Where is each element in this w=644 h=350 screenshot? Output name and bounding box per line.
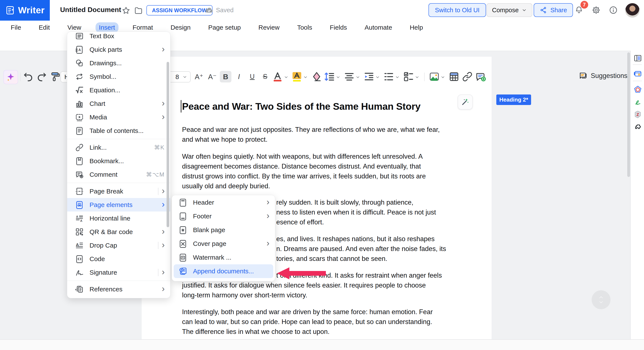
switch-to-old-ui-button[interactable]: Switch to Old UI [428,3,486,17]
menu-item-quick-parts[interactable]: AQuick parts› [67,43,170,56]
insert-table-button[interactable] [448,71,460,82]
workdrive-icon[interactable] [633,69,642,78]
suggestions-button[interactable]: Suggestions [578,71,628,80]
line-spacing-button[interactable] [324,71,335,82]
crm-pentagon-icon[interactable] [633,85,642,94]
menu-item-text-box[interactable]: Text Box [67,32,170,43]
checklist-button[interactable] [403,71,414,82]
menu-item-page-elements[interactable]: Page elements› [67,198,170,212]
paragraph-2[interactable]: War often begins quietly. Not with weapo… [182,152,426,191]
underline-button[interactable]: U [246,71,258,82]
sign-icon[interactable] [633,98,642,106]
help-info-icon[interactable] [609,6,618,14]
chevron-down-icon[interactable] [303,75,308,80]
align-button[interactable] [344,71,355,82]
menu-item-chart[interactable]: Chart› [67,97,170,110]
chevron-down-icon[interactable] [415,75,420,80]
menu-item-signature[interactable]: Signature› [67,266,170,279]
z-shield-icon[interactable]: Z [633,110,642,119]
menu-item-page-break[interactable]: Page Break› [67,184,170,198]
ai-assistant-button[interactable] [4,70,18,84]
app-logo[interactable]: Writer [0,0,50,20]
menubar-item-format[interactable]: Format [129,22,156,33]
menu-item-bookmark[interactable]: Bookmark... [67,154,170,168]
chevron-down-icon[interactable] [375,75,380,80]
menu-item-watermark[interactable]: AWatermark ... [174,250,273,264]
settings-gear-icon[interactable] [592,6,601,14]
chevron-down-icon[interactable] [356,75,360,80]
menubar-item-help[interactable]: Help [406,22,426,33]
menubar-item-automate[interactable]: Automate [361,22,396,33]
bold-button[interactable]: B [220,71,232,82]
puzzle-icon[interactable] [633,122,642,132]
assign-workflow-button[interactable]: ASSIGN WORKFLOW [146,5,212,16]
paragraph-5-continuation[interactable]: justified. It asks for dialogue when sil… [182,280,426,300]
format-painter-button[interactable] [49,71,61,82]
menu-item-code[interactable]: Code [67,252,170,266]
menu-item-link[interactable]: Link...⌘K [67,141,170,154]
chevron-down-icon[interactable] [284,75,288,80]
document-title[interactable]: Untitled Document [60,6,121,14]
folder-icon[interactable] [134,6,143,15]
menu-item-cover-page[interactable]: Cover page› [174,237,273,250]
menu-item-media[interactable]: Media› [67,110,170,124]
menu-item-right: › [266,240,270,248]
menu-scrollbar[interactable] [166,62,169,227]
menu-item-horizontal-line[interactable]: AAHorizontal line [67,212,170,225]
user-avatar[interactable] [625,3,640,18]
chevron-down-icon[interactable] [440,75,445,80]
insert-image-button[interactable] [428,71,440,82]
italic-button[interactable]: I [233,71,245,82]
strikethrough-button[interactable]: S [259,71,271,82]
share-button[interactable]: Share [534,3,573,17]
menu-item-label: Bookmark... [90,158,165,165]
menu-item-symbol[interactable]: Symbol... [67,70,170,83]
menu-item-equation[interactable]: Equation... [67,83,170,97]
menubar-item-view[interactable]: View [64,22,84,33]
menu-item-comment[interactable]: Comment⌘⌥M [67,168,170,181]
menu-item-qr-bar-code[interactable]: QR & Bar code› [67,225,170,238]
menubar-item-review[interactable]: Review [255,22,283,33]
menu-item-drawings[interactable]: Drawings... [67,56,170,70]
highlight-color-button[interactable] [291,71,303,82]
increase-font-size-button[interactable]: A⁺ [193,71,205,82]
menu-item-table-of-contents[interactable]: Table of contents... [67,124,170,138]
undo-button[interactable] [22,71,34,82]
nav-panel-icon[interactable] [633,54,642,63]
menu-item-footer[interactable]: Footer› [174,209,273,223]
menubar-item-page-setup[interactable]: Page setup [205,22,244,33]
menu-item-append-documents[interactable]: Append documents... [174,264,273,278]
document-heading[interactable]: Peace and War: Two Sides of the Same Hum… [182,101,420,112]
star-favorite-icon[interactable] [122,6,130,15]
decrease-font-size-button[interactable]: A⁻ [206,71,218,82]
redo-button[interactable] [36,71,48,82]
paragraph-3-fragments[interactable]: rely sudden. It is built slowly, through… [276,198,436,227]
ai-wand-button[interactable] [458,94,473,110]
menubar-item-tools[interactable]: Tools [294,22,316,33]
bullet-list-button[interactable] [383,71,394,82]
menu-item-drop-cap[interactable]: ADrop Cap› [67,238,170,252]
paragraph-4-fragments[interactable]: es, and lives. It reshapes nations, but … [276,234,446,264]
indent-button[interactable] [363,71,375,82]
chevron-down-icon[interactable] [395,75,400,80]
menu-item-blank-page[interactable]: Blank page [174,223,273,237]
code-icon [75,254,84,264]
page-jump-button[interactable] [592,290,610,309]
paragraph-1[interactable]: Peace and war are not just opposites. Th… [182,125,440,144]
paragraph-6[interactable]: Interestingly, both peace and war are dr… [182,307,433,337]
chevron-down-icon[interactable] [336,75,340,80]
menubar-item-edit[interactable]: Edit [35,22,53,33]
media-icon [75,113,84,122]
document-scrollbar[interactable] [627,52,630,177]
menubar-item-file[interactable]: File [7,22,24,33]
menu-item-references[interactable]: References› [67,282,170,296]
font-color-button[interactable] [272,71,283,82]
compose-button[interactable]: Compose [486,3,532,17]
clear-formatting-button[interactable] [311,71,322,82]
menubar-item-fields[interactable]: Fields [326,22,350,33]
menu-item-header[interactable]: Header› [174,196,273,209]
add-comment-button[interactable] [475,71,486,82]
menubar-item-insert[interactable]: Insert [96,22,118,33]
insert-link-button[interactable] [462,71,473,82]
menubar-item-design[interactable]: Design [167,22,194,33]
